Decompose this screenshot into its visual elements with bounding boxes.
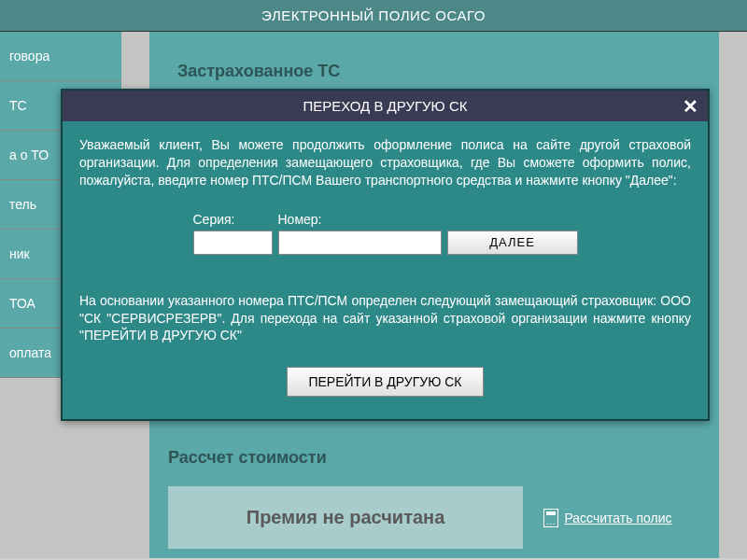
calculate-link[interactable]: Рассчитать полис (543, 509, 671, 527)
app-header: ЭЛЕКТРОННЫЙ ПОЛИС ОСАГО (0, 0, 747, 32)
sidebar-item-contract[interactable]: говора (0, 32, 121, 81)
modal-title: ПЕРЕХОД В ДРУГУЮ СК (303, 98, 467, 114)
sidebar-item-label: говора (9, 49, 49, 63)
pts-form-row: Серия: Номер: ДАЛЕЕ (79, 212, 691, 255)
cost-section: Рассчет стоимости Премия не расчитана Ра… (149, 420, 719, 558)
series-group: Серия: (193, 212, 273, 255)
insured-ts-title: Застрахованное ТС (177, 62, 691, 81)
sidebar-item-label: ник (9, 246, 30, 261)
cost-title: Рассчет стоимости (168, 448, 700, 468)
number-input[interactable] (278, 231, 442, 255)
modal-result-text: На основании указанного номера ПТС/ПСМ о… (79, 292, 691, 345)
sidebar-item-label: ТС (9, 98, 27, 113)
go-to-sk-button[interactable]: ПЕРЕЙТИ В ДРУГУЮ СК (287, 367, 483, 397)
close-icon[interactable]: ✕ (683, 97, 698, 116)
calculator-icon (543, 509, 558, 527)
go-button-wrap: ПЕРЕЙТИ В ДРУГУЮ СК (79, 367, 691, 397)
sidebar-item-label: тель (9, 197, 36, 212)
sidebar-item-label: а о ТО (9, 147, 49, 162)
modal-intro-text: Уважаемый клиент, Вы можете продолжить о… (79, 136, 691, 189)
cost-status-text: Премия не расчитана (247, 507, 445, 527)
next-button[interactable]: ДАЛЕЕ (447, 231, 578, 255)
series-label: Серия: (193, 212, 273, 227)
cost-status-box: Премия не расчитана (168, 486, 523, 549)
number-group: Номер: (278, 212, 442, 255)
modal-body: Уважаемый клиент, Вы можете продолжить о… (63, 121, 708, 419)
sidebar-item-label: ТОА (9, 296, 35, 311)
app-title: ЭЛЕКТРОННЫЙ ПОЛИС ОСАГО (261, 7, 486, 23)
transfer-modal: ПЕРЕХОД В ДРУГУЮ СК ✕ Уважаемый клиент, … (61, 89, 710, 421)
calculate-link-text: Рассчитать полис (564, 511, 671, 525)
modal-header: ПЕРЕХОД В ДРУГУЮ СК ✕ (63, 91, 708, 121)
sidebar-item-label: оплата (9, 345, 51, 360)
series-input[interactable] (193, 231, 273, 255)
number-label: Номер: (278, 212, 442, 227)
